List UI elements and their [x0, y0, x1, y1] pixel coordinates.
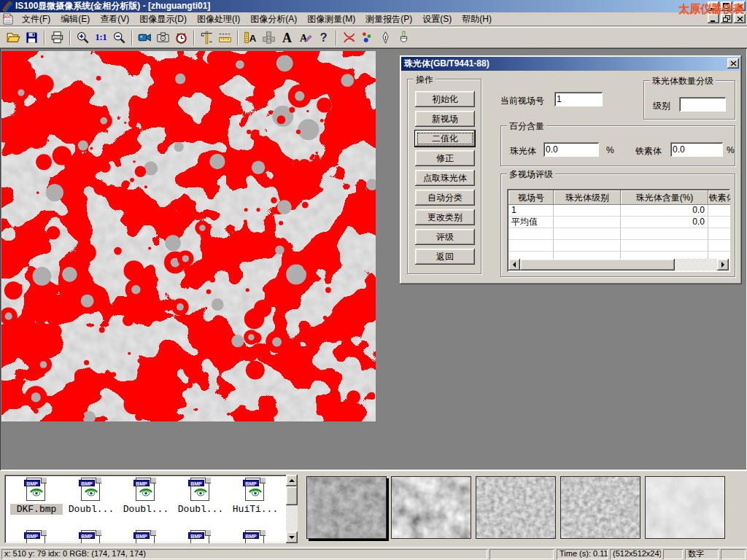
grade-button[interactable]: 评级 [415, 229, 475, 245]
video-camera-button[interactable] [136, 29, 154, 47]
file-item[interactable]: BMP [120, 530, 172, 543]
help-button[interactable]: ? [314, 29, 333, 47]
col-field-number[interactable]: 视场号 [508, 190, 554, 205]
file-item[interactable]: BMP [229, 530, 282, 543]
arrow-left-icon [510, 262, 516, 268]
scroll-up-button[interactable] [286, 475, 298, 486]
change-class-button[interactable]: 更改类别 [415, 209, 475, 225]
bmp-badge: BMP [79, 480, 95, 486]
thumbnail-1-image [307, 477, 386, 538]
file-item[interactable]: BMP Doubl... [174, 478, 227, 515]
file-name[interactable]: HuiTi... [229, 504, 282, 515]
file-name-selected[interactable]: DKF.bmp [10, 504, 63, 515]
zoom-in-button[interactable] [74, 29, 92, 47]
file-item[interactable]: BMP [65, 530, 117, 543]
thumbnail-4[interactable] [560, 476, 640, 539]
bmp-file-icon: BMP [24, 478, 49, 502]
ferrite-percent-input[interactable] [670, 142, 723, 157]
menu-edit[interactable]: 编辑(E) [55, 12, 95, 27]
particle-marks-button[interactable] [358, 29, 376, 47]
zoom-out-button[interactable] [110, 29, 128, 47]
file-name[interactable]: Doubl... [65, 504, 117, 515]
menu-measure-report[interactable]: 测量报告(P) [360, 12, 417, 27]
correct-button[interactable]: 修正 [415, 150, 475, 166]
dialog-close-button[interactable] [727, 58, 739, 69]
status-empty-1 [489, 549, 554, 559]
specimen-image[interactable] [1, 51, 376, 421]
table-row-empty[interactable] [508, 240, 729, 252]
file-item[interactable]: BMP Doubl... [65, 478, 117, 515]
scroll-right-button[interactable] [717, 259, 729, 271]
scroll-left-button[interactable] [508, 259, 520, 271]
file-browser[interactable]: BMP DKF.bmp BMP Doubl... BMP Doubl... [4, 475, 298, 543]
file-list-scrollbar[interactable] [286, 475, 298, 543]
grid-tool-button[interactable] [260, 29, 278, 47]
menu-view[interactable]: 查看(V) [95, 12, 134, 27]
print-button[interactable] [48, 29, 66, 47]
file-item[interactable]: BMP DKF.bmp [10, 478, 63, 515]
capture-camera-button[interactable] [154, 29, 172, 47]
binarize-button-label: 二值化 [432, 133, 458, 145]
pen-tool-button[interactable] [376, 29, 395, 47]
current-field-input[interactable] [554, 92, 603, 106]
pearlite-percent-input[interactable] [543, 142, 599, 157]
init-button[interactable]: 初始化 [415, 91, 475, 107]
open-button[interactable] [4, 29, 23, 47]
col-ferrite-content[interactable]: 铁素体含量(%) [708, 190, 730, 205]
clock-icon [174, 31, 188, 44]
thumbnail-1[interactable] [306, 476, 387, 539]
table-row[interactable]: 平均值 0.0 [508, 217, 729, 228]
save-button[interactable] [23, 29, 41, 47]
timer-button[interactable] [172, 29, 190, 47]
table-horizontal-scrollbar[interactable] [508, 259, 729, 271]
menu-image-measure[interactable]: 图像测量(M) [302, 12, 360, 27]
level-input[interactable] [679, 97, 726, 112]
menu-file[interactable]: 文件(F) [17, 12, 55, 27]
measure-text-icon: A [244, 31, 258, 44]
col-pearlite-content[interactable]: 珠光体含量(%) [621, 190, 708, 205]
brush-tool-button[interactable] [395, 29, 413, 47]
return-button-label: 返回 [436, 251, 454, 263]
scrollbar-thumb[interactable] [286, 486, 298, 505]
text-icon: A [280, 31, 294, 44]
col-pearlite-level[interactable]: 珠光体级别 [554, 190, 621, 205]
scroll-down-button[interactable] [286, 532, 298, 543]
brush-icon [397, 31, 411, 44]
thumbnail-3[interactable] [476, 476, 556, 539]
text-tool-button[interactable]: A [278, 29, 296, 47]
file-item[interactable]: BMP HuiTi... [229, 478, 282, 515]
toolbar-separator [44, 31, 45, 45]
table-row-empty[interactable] [508, 228, 729, 240]
arrow-up-icon [289, 476, 295, 482]
new-field-button[interactable]: 新视场 [415, 111, 475, 127]
menu-help[interactable]: 帮助(H) [457, 12, 497, 27]
menu-image-analysis[interactable]: 图像分析(A) [245, 12, 302, 27]
status-time: Time (s): 0.113 [557, 549, 608, 559]
help-icon: ? [317, 31, 330, 44]
ruler-button[interactable] [216, 29, 234, 47]
thumbnail-2[interactable] [391, 476, 471, 539]
thumbnail-5[interactable] [645, 476, 725, 539]
menu-settings[interactable]: 设置(S) [417, 12, 457, 27]
annotate-button[interactable]: A [296, 29, 314, 47]
menu-image-display[interactable]: 图像显示(D) [134, 12, 192, 27]
file-item[interactable]: BMP [10, 530, 63, 543]
caliper-button[interactable] [198, 29, 216, 47]
file-item[interactable]: BMP [174, 530, 227, 543]
multi-field-group: 多视场评级 视场号 珠光体级别 珠光体含量(%) 铁素体含量(%) 1 0.0 [500, 174, 735, 277]
file-name[interactable]: Doubl... [174, 504, 227, 515]
toolbar-separator [193, 31, 195, 45]
menu-image-processing[interactable]: 图像处理(I) [192, 12, 245, 27]
file-item[interactable]: BMP Doubl... [120, 478, 172, 515]
calibration-curve-button[interactable] [340, 29, 358, 47]
scrollbar-thumb[interactable] [520, 259, 675, 271]
actual-size-button[interactable]: 1:1 [92, 29, 110, 47]
return-button[interactable]: 返回 [415, 249, 475, 265]
caliper-icon [200, 31, 214, 44]
pick-pearlite-button[interactable]: 点取珠光体 [415, 170, 475, 186]
table-row[interactable]: 1 0.0 [508, 205, 729, 217]
binarize-button[interactable]: 二值化 [415, 131, 475, 147]
file-name[interactable]: Doubl... [120, 504, 172, 515]
measure-text-button[interactable]: A [241, 29, 260, 47]
auto-classify-button[interactable]: 自动分类 [415, 190, 475, 206]
